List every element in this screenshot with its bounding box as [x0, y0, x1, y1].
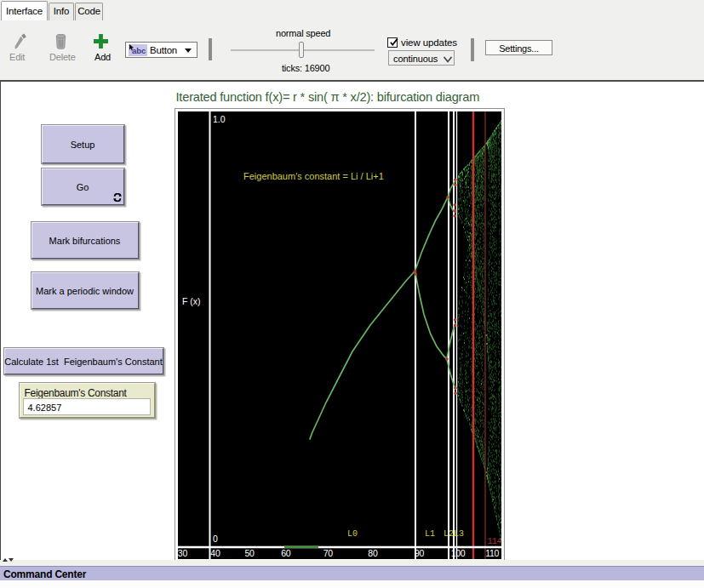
- svg-text:100: 100: [451, 548, 466, 558]
- svg-text:80: 80: [368, 548, 378, 558]
- svg-text:L2: L2: [444, 529, 454, 539]
- svg-text:1.0: 1.0: [213, 114, 226, 124]
- svg-text:F (x): F (x): [182, 296, 201, 306]
- svg-text:L1: L1: [425, 529, 435, 539]
- svg-text:0: 0: [213, 534, 218, 544]
- svg-text:114: 114: [488, 537, 502, 546]
- svg-text:90: 90: [415, 548, 425, 558]
- svg-text:40: 40: [210, 548, 220, 558]
- svg-text:110: 110: [485, 548, 499, 558]
- svg-text:60: 60: [281, 548, 291, 558]
- svg-text:30: 30: [178, 548, 187, 558]
- svg-text:Feigenbaum's constant = Li / L: Feigenbaum's constant = Li / Li+1: [243, 171, 384, 181]
- svg-text:L0: L0: [347, 529, 358, 539]
- svg-text:L3: L3: [454, 529, 464, 539]
- svg-text:50: 50: [244, 548, 255, 558]
- svg-text:70: 70: [323, 548, 334, 558]
